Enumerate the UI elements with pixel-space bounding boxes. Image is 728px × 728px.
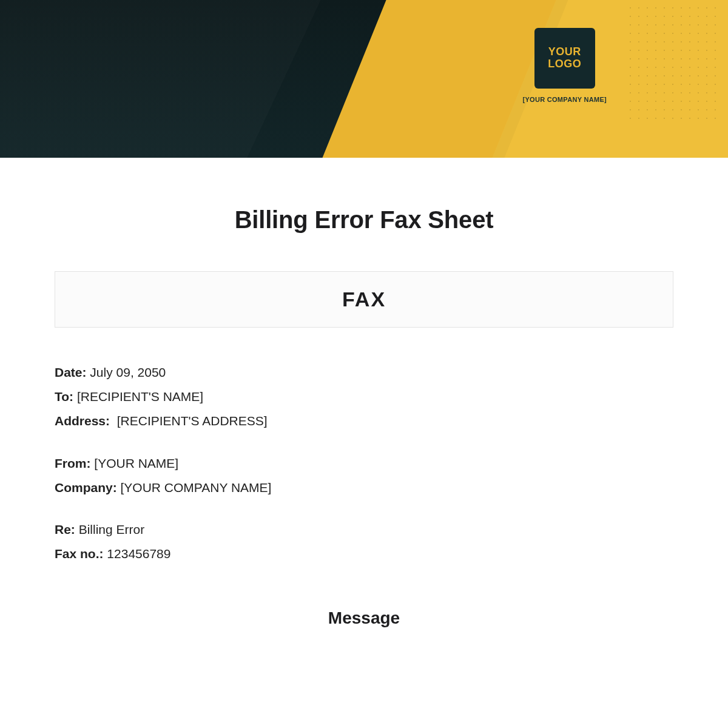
field-re: Re: Billing Error bbox=[55, 517, 673, 542]
re-value: Billing Error bbox=[79, 522, 145, 536]
fax-fields: Date: July 09, 2050 To: [RECIPIENT'S NAM… bbox=[55, 360, 673, 566]
logo-placeholder: YOUR LOGO bbox=[534, 28, 595, 89]
logo-block: YOUR LOGO [YOUR COMPANY NAME] bbox=[522, 28, 607, 103]
fax-heading-box: FAX bbox=[55, 271, 673, 328]
date-label: Date: bbox=[55, 365, 87, 379]
to-label: To: bbox=[55, 389, 73, 403]
company-value: [YOUR COMPANY NAME] bbox=[121, 480, 272, 494]
address-value: [RECIPIENT'S ADDRESS] bbox=[117, 414, 268, 428]
company-label: Company: bbox=[55, 480, 117, 494]
date-value: July 09, 2050 bbox=[90, 365, 166, 379]
header-banner: YOUR LOGO [YOUR COMPANY NAME] bbox=[0, 0, 728, 158]
recipient-group: Date: July 09, 2050 To: [RECIPIENT'S NAM… bbox=[55, 360, 673, 433]
faxno-value: 123456789 bbox=[107, 547, 170, 561]
subject-group: Re: Billing Error Fax no.: 123456789 bbox=[55, 517, 673, 566]
to-value: [RECIPIENT'S NAME] bbox=[77, 389, 203, 403]
dot-pattern bbox=[626, 4, 723, 125]
sender-group: From: [YOUR NAME] Company: [YOUR COMPANY… bbox=[55, 451, 673, 500]
re-label: Re: bbox=[55, 522, 75, 536]
field-date: Date: July 09, 2050 bbox=[55, 360, 673, 385]
field-faxno: Fax no.: 123456789 bbox=[55, 542, 673, 566]
field-to: To: [RECIPIENT'S NAME] bbox=[55, 385, 673, 409]
logo-text: YOUR LOGO bbox=[534, 46, 595, 70]
field-address: Address: [RECIPIENT'S ADDRESS] bbox=[55, 409, 673, 433]
from-value: [YOUR NAME] bbox=[94, 456, 178, 470]
from-label: From: bbox=[55, 456, 91, 470]
fax-heading: FAX bbox=[342, 288, 386, 311]
document-title: Billing Error Fax Sheet bbox=[55, 206, 673, 234]
message-section-heading: Message bbox=[55, 608, 673, 628]
company-name-placeholder: [YOUR COMPANY NAME] bbox=[522, 96, 607, 103]
field-company: Company: [YOUR COMPANY NAME] bbox=[55, 476, 673, 500]
address-label: Address: bbox=[55, 414, 110, 428]
field-from: From: [YOUR NAME] bbox=[55, 451, 673, 476]
document-body: Billing Error Fax Sheet FAX Date: July 0… bbox=[0, 158, 728, 628]
faxno-label: Fax no.: bbox=[55, 547, 104, 561]
